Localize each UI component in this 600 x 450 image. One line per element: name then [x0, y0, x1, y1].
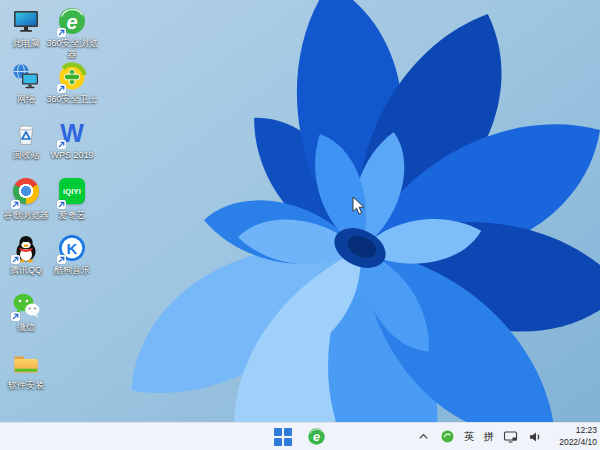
icon-label: 回收站 — [0, 150, 52, 161]
svg-text:e: e — [66, 11, 77, 33]
icon-label: 酷狗音乐 — [46, 265, 98, 276]
shortcut-arrow-icon — [57, 28, 66, 37]
desktop-icon-tencent-qq[interactable]: 腾讯QQ — [0, 233, 52, 276]
icon-label: 谷歌浏览器 — [0, 210, 52, 221]
desktop-icon-network[interactable]: 网络 — [0, 62, 52, 105]
svg-text:K: K — [67, 240, 78, 257]
shortcut-arrow-icon — [57, 140, 66, 149]
icon-label: 360安全卫士 — [46, 94, 98, 105]
icon-label: 软件安装 — [0, 380, 52, 391]
taskbar: e 英 拼 — [0, 422, 600, 450]
icon-label: 微信 — [0, 322, 52, 333]
360-tray-icon[interactable] — [440, 429, 455, 444]
desktop-icon-recycle-bin[interactable]: 回收站 — [0, 118, 52, 161]
hidden-icons-chevron[interactable] — [416, 429, 431, 444]
desktop-icon-wps-2019[interactable]: W WPS 2019 — [46, 118, 98, 161]
shortcut-arrow-icon — [57, 84, 66, 93]
icon-label: WPS 2019 — [46, 150, 98, 161]
folder-icon — [11, 348, 41, 378]
windows-logo-icon — [274, 428, 282, 436]
desktop-icon-360-safe-guard[interactable]: 360安全卫士 — [46, 62, 98, 105]
icon-label: 腾讯QQ — [0, 265, 52, 276]
desktop-icon-wechat[interactable]: 微信 — [0, 290, 52, 333]
desktop-icon-kugou-music[interactable]: K 酷狗音乐 — [46, 233, 98, 276]
shortcut-arrow-icon — [11, 255, 20, 264]
desktop-icon-google-chrome[interactable]: 谷歌浏览器 — [0, 176, 52, 221]
recycle-bin-icon — [11, 118, 41, 148]
desktop-icon-iqiyi[interactable]: iQIYI 爱奇艺 — [46, 176, 98, 221]
shortcut-arrow-icon — [11, 200, 20, 209]
this-pc-icon — [11, 6, 41, 36]
icon-label: 爱奇艺 — [46, 210, 98, 221]
tray-time: 12:23 — [553, 425, 597, 436]
shortcut-arrow-icon — [57, 255, 66, 264]
language-pinyin-indicator[interactable]: 拼 — [484, 430, 495, 444]
display-icon[interactable] — [503, 429, 518, 444]
icon-label: 360安全浏览器 — [46, 38, 98, 59]
desktop-icon-360-secure-browser[interactable]: e 360安全浏览器 — [46, 6, 98, 59]
network-icon — [11, 62, 41, 92]
360-browser-taskbar-icon: e — [307, 427, 326, 446]
shortcut-arrow-icon — [57, 200, 66, 209]
iqiyi-logo-text: iQIYI — [63, 187, 81, 196]
icon-label: 网络 — [0, 94, 52, 105]
desktop-icon-software-folder[interactable]: 软件安装 — [0, 348, 52, 391]
tray-date: 2022/4/10 — [553, 437, 597, 448]
volume-icon[interactable] — [527, 429, 542, 444]
desktop[interactable]: 此电脑 e 360安全浏览器 — [0, 0, 600, 450]
taskbar-360-browser-button[interactable]: e — [307, 427, 326, 446]
svg-text:e: e — [313, 430, 320, 444]
language-english-indicator[interactable]: 英 — [464, 430, 475, 444]
desktop-icon-this-pc[interactable]: 此电脑 — [0, 6, 52, 49]
shortcut-arrow-icon — [11, 312, 20, 321]
icon-label: 此电脑 — [0, 38, 52, 49]
start-button[interactable] — [274, 428, 291, 445]
clock[interactable]: 12:23 2022/4/10 — [551, 425, 597, 447]
system-tray: 英 拼 12:23 2022/4/10 — [416, 423, 597, 450]
